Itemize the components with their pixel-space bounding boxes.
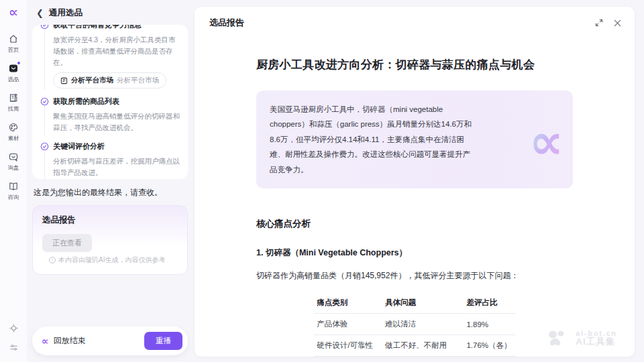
report-panel: 选品报告 厨房小工具改进方向分析：切碎器与蒜压的痛点与机会 美国亚马逊厨房小工具… (195, 7, 635, 357)
crosshair-icon[interactable] (9, 323, 19, 336)
sidebar-item-consult[interactable]: 咨询 (7, 181, 19, 202)
close-icon[interactable] (614, 19, 621, 27)
step-title: 获取平台的销售竞争力信息 (53, 25, 142, 30)
summary-box: 美国亚马逊厨房小工具中，切碎器（mini vegetable choppers）… (256, 90, 573, 188)
report-card-title: 选品报告 (42, 215, 178, 226)
step-desc: 放宽评分至4.3，分析厨房小工具类目市场数据，排查高销量低评分商品是否存在。 (53, 34, 180, 68)
final-note: 这是为您输出的最终结果，请查收。 (34, 187, 186, 198)
notification-dot (17, 62, 20, 64)
table-row: 硬件设计/可靠性 做工不好、不耐用 1.76%（各） (314, 335, 515, 357)
sliders-icon[interactable] (9, 343, 19, 355)
watermark: ai-bot.cn AI工具集 (547, 330, 617, 347)
table-row: 产品体验 难以清洁 1.89% (314, 314, 515, 335)
step-check-icon (40, 142, 49, 151)
sidebar-item-products[interactable]: 选品 (7, 63, 19, 84)
task-panel-title: 通用选品 (49, 7, 83, 19)
report-result-card[interactable]: 选品报告 正在查看i本内容由璇玑AI生成，内容仅供参考 (32, 205, 188, 275)
sidebar-item-home[interactable]: 首页 (7, 34, 19, 54)
storefront-icon (8, 93, 19, 103)
back-icon[interactable]: ❮ (36, 9, 44, 17)
step-title: 获取所需的商品列表 (53, 97, 119, 107)
table-intro: 切碎器作为高销量品类（月销145,952件），其低评分主要源于以下问题： (256, 270, 573, 282)
summary-logo-icon: ∝ (529, 117, 564, 166)
table-header-cell: 痛点类别 (314, 292, 382, 314)
info-icon: i (49, 257, 56, 263)
chat-bubble-icon (8, 152, 19, 162)
app-logo-icon[interactable]: ∝ (9, 5, 18, 19)
step-desc: 分析切碎器与蒜压差评，挖掘用户痛点以指导产品改进。 (53, 156, 180, 178)
replay-logo-icon: ∝ (42, 336, 49, 346)
steps-card: 获取平台的销售竞争力信息 放宽评分至4.3，分析厨房小工具类目市场数据，排查高销… (32, 25, 188, 179)
sidebar-item-suppliers[interactable]: 找商 (7, 93, 19, 113)
table-cell: 1.76%（各） (464, 335, 515, 357)
replay-bar: ∝ 回放结束 重播 (32, 326, 188, 355)
sidebar-item-inquiries[interactable]: 询盘 (7, 152, 19, 172)
home-icon (8, 34, 19, 44)
sidebar-item-assets[interactable]: 素材 (7, 122, 19, 143)
open-book-icon (8, 181, 19, 192)
step-check-icon (40, 25, 49, 29)
paw-icon (547, 330, 570, 347)
task-panel: ❮ 通用选品 获取平台的销售竞争力信息 放宽评分至4.3，分析厨房小工具类目市场… (27, 0, 193, 362)
table-header-cell: 差评占比 (464, 292, 515, 314)
report-title: 厨房小工具改进方向分析：切碎器与蒜压的痛点与机会 (256, 57, 573, 72)
table-cell: 硬件设计/可靠性 (314, 335, 382, 357)
viewing-button[interactable]: 正在查看 (42, 234, 92, 252)
palette-icon (8, 122, 19, 133)
step-check-icon (40, 97, 49, 106)
doc-icon (60, 77, 68, 84)
table-cell: 1.89% (464, 314, 515, 335)
tool-chip-analyze-market[interactable]: 分析平台市场 分析平台市场 (53, 72, 166, 88)
step-title: 关键词评价分析 (53, 141, 105, 152)
disclaimer: i本内容由璇玑AI生成，内容仅供参考 (49, 255, 165, 265)
watermark-name: AI工具集 (576, 337, 617, 347)
step-desc: 聚焦美国亚马逊高销量低评分的切碎器和蒜压，寻找产品改进机会。 (53, 111, 180, 133)
table-cell: 做工不好、不耐用 (382, 335, 464, 357)
painpoint-table: 痛点类别 具体问题 差评占比 产品体验 难以清洁 1.89% 硬件设计/可靠性 … (314, 292, 515, 357)
replay-status: 回放结束 (54, 335, 86, 347)
expand-icon[interactable] (595, 19, 603, 27)
section-heading: 核心痛点分析 (256, 218, 573, 230)
summary-text: 美国亚马逊厨房小工具中，切碎器（mini vegetable choppers）… (270, 102, 472, 177)
table-header-cell: 具体问题 (382, 292, 464, 314)
sidebar: ∝ 首页 选品 找商 素材 (0, 0, 27, 362)
replay-button[interactable]: 重播 (144, 332, 182, 350)
report-panel-title: 选品报告 (209, 17, 244, 29)
product-box-icon (8, 63, 19, 74)
subsection-heading: 1. 切碎器（Mini Vegetable Choppers） (256, 247, 573, 259)
table-cell: 产品体验 (314, 314, 382, 335)
table-cell: 难以清洁 (382, 314, 464, 335)
